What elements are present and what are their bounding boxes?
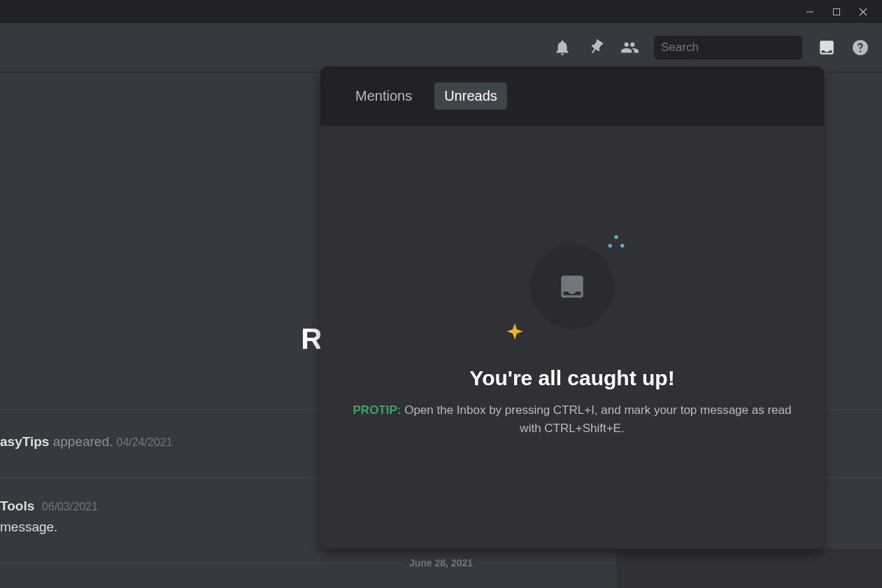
maximize-button[interactable] — [823, 0, 850, 23]
right-gutter — [616, 549, 882, 588]
search-input[interactable] — [661, 41, 809, 55]
close-button[interactable] — [850, 0, 876, 23]
svg-rect-1 — [834, 8, 840, 15]
inbox-protip: PROTIP: Open the Inbox by pressing CTRL+… — [348, 401, 796, 437]
svg-rect-0 — [806, 11, 813, 12]
svg-point-3 — [614, 235, 618, 239]
star-icon — [505, 322, 525, 344]
inbox-empty-state: You're all caught up! PROTIP: Open the I… — [320, 126, 824, 549]
sparkle-icon — [606, 234, 627, 257]
svg-point-4 — [609, 244, 613, 248]
help-icon[interactable] — [851, 38, 869, 57]
inbox-empty-graphic — [509, 238, 635, 350]
inbox-icon[interactable] — [818, 38, 836, 57]
inbox-empty-title: You're all caught up! — [469, 366, 674, 390]
inbox-circle-icon — [530, 245, 614, 329]
notifications-icon[interactable] — [553, 38, 571, 57]
member-list-icon[interactable] — [620, 38, 639, 57]
tab-mentions[interactable]: Mentions — [346, 83, 422, 110]
search-box[interactable] — [654, 36, 802, 59]
minimize-button[interactable] — [797, 0, 823, 23]
inbox-popover: Mentions Unreads You're all caught up! P… — [320, 66, 824, 549]
inbox-tabs: Mentions Unreads — [320, 66, 824, 126]
svg-point-5 — [620, 244, 625, 248]
tab-unreads[interactable]: Unreads — [434, 83, 507, 110]
window-titlebar — [0, 0, 882, 23]
pinned-messages-icon[interactable] — [587, 38, 605, 57]
channel-header — [0, 23, 882, 72]
